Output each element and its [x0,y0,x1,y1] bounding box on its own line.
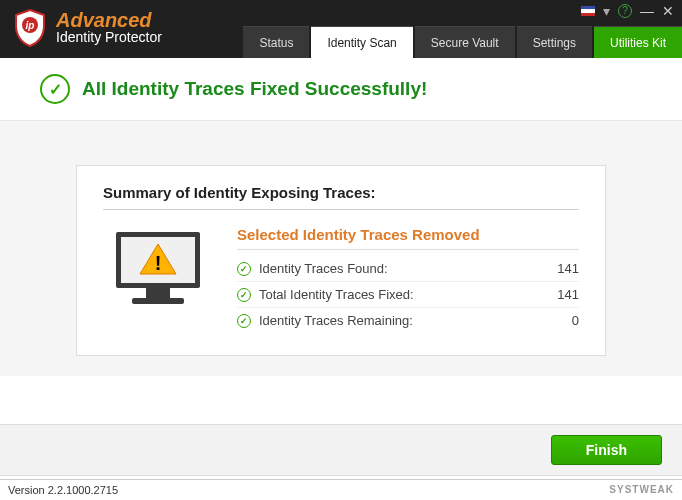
svg-text:ip: ip [26,20,35,31]
language-dropdown-icon[interactable]: ▾ [603,4,610,18]
stat-row-remaining: ✓ Identity Traces Remaining: 0 [237,308,579,333]
check-icon: ✓ [237,262,251,276]
minimize-icon[interactable]: — [640,4,654,18]
tab-status[interactable]: Status [243,26,309,58]
monitor-warning-icon: ! [103,226,213,333]
tab-utilities-kit[interactable]: Utilities Kit [594,26,682,58]
help-icon[interactable]: ? [618,4,632,18]
summary-subtitle: Selected Identity Traces Removed [237,226,579,250]
brand-subtitle: Identity Protector [56,30,162,45]
close-icon[interactable]: ✕ [662,4,674,18]
summary-heading: Summary of Identity Exposing Traces: [103,184,579,210]
app-logo-icon: ip [12,8,48,48]
summary-card: Summary of Identity Exposing Traces: ! S… [76,165,606,356]
tab-secure-vault[interactable]: Secure Vault [415,26,515,58]
brand-name: Advanced [56,10,162,30]
stat-label: Identity Traces Found: [259,261,531,276]
stat-value: 141 [539,261,579,276]
svg-rect-5 [132,298,184,304]
finish-button[interactable]: Finish [551,435,662,465]
svg-rect-4 [146,288,170,298]
stat-value: 141 [539,287,579,302]
check-icon: ✓ [237,288,251,302]
stat-label: Total Identity Traces Fixed: [259,287,531,302]
tab-settings[interactable]: Settings [517,26,592,58]
language-flag-icon[interactable] [581,6,595,16]
tab-identity-scan[interactable]: Identity Scan [311,26,412,58]
check-icon: ✓ [237,314,251,328]
success-message: All Identity Traces Fixed Successfully! [82,78,427,100]
stat-row-found: ✓ Identity Traces Found: 141 [237,256,579,282]
version-text: Version 2.2.1000.2715 [8,484,118,496]
success-check-icon: ✓ [40,74,70,104]
stat-label: Identity Traces Remaining: [259,313,531,328]
watermark: SYSTWEAK [609,484,674,496]
stat-value: 0 [539,313,579,328]
stat-row-fixed: ✓ Total Identity Traces Fixed: 141 [237,282,579,308]
svg-text:!: ! [155,252,162,274]
